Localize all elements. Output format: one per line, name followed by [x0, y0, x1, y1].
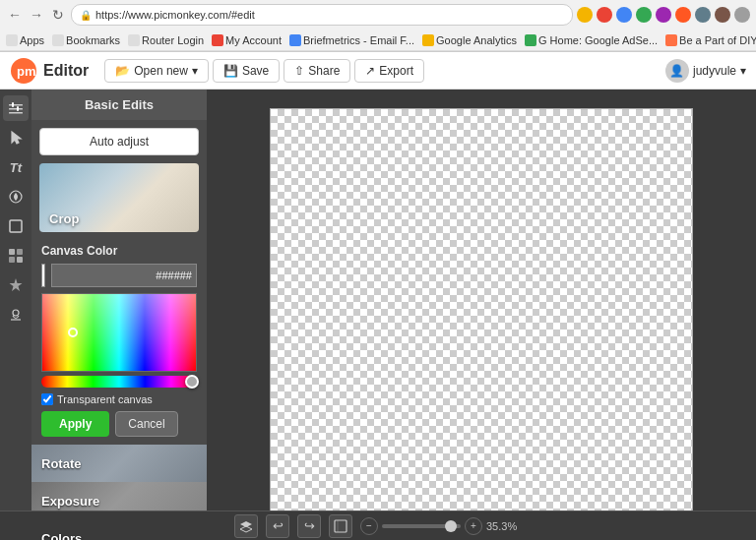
svg-rect-5 [12, 102, 14, 107]
open-new-button[interactable]: 📂 Open new ▾ [104, 59, 209, 83]
hex-input[interactable] [51, 264, 197, 287]
bookmark-apps[interactable]: Apps [6, 34, 44, 46]
layers-button[interactable] [234, 514, 258, 538]
text-tool[interactable]: Tt [3, 154, 29, 180]
share-icon: ⇧ [294, 64, 304, 78]
bottom-bar: ↩ ↪ − + 35.3% [0, 510, 756, 540]
svg-rect-3 [9, 108, 23, 110]
forward-button[interactable]: → [28, 6, 45, 24]
color-swatch[interactable] [41, 264, 45, 287]
left-panel: Basic Edits Auto adjust Crop Canvas Colo… [32, 90, 207, 540]
main-layout: Tt [0, 90, 756, 540]
user-menu[interactable]: 👤 judyvule ▾ [665, 59, 746, 83]
zoom-slider[interactable] [382, 524, 461, 528]
bookmark-diy[interactable]: Be a Part of DIY Life!... [665, 34, 756, 46]
ext-icon-8[interactable] [715, 7, 730, 23]
ext-icon-7[interactable] [695, 7, 711, 23]
bookmark-adsense[interactable]: G Home: Google AdSe... [525, 34, 658, 46]
undo-button[interactable]: ↩ [266, 514, 289, 538]
apply-button[interactable]: Apply [41, 411, 109, 437]
color-cursor [68, 328, 78, 337]
zoom-level: 35.3% [486, 520, 522, 532]
select-tool[interactable] [3, 125, 29, 150]
canvas-color-buttons: Apply Cancel [41, 411, 197, 437]
texture-tool[interactable] [3, 243, 29, 269]
touch-up-tool[interactable] [3, 302, 29, 328]
app-title: Editor [43, 62, 89, 80]
left-icon-bar: Tt [0, 90, 32, 540]
crop-section[interactable]: Crop [39, 163, 199, 232]
export-button[interactable]: ↗ Export [354, 59, 424, 83]
effects-tool[interactable] [3, 184, 29, 210]
crop-label: Crop [49, 211, 79, 226]
user-avatar: 👤 [665, 59, 689, 83]
rotate-label: Rotate [41, 456, 81, 471]
hue-thumb [185, 375, 199, 389]
sliders-tool[interactable] [3, 95, 29, 121]
frame-tool[interactable] [3, 213, 29, 239]
folder-icon: 📂 [115, 64, 130, 78]
bookmark-bookmarks[interactable]: Bookmarks [52, 34, 120, 46]
reload-button[interactable]: ↻ [49, 6, 67, 24]
app-bar: pm Editor 📂 Open new ▾ 💾 Save ⇧ Share ↗ … [0, 52, 756, 90]
svg-rect-7 [10, 220, 22, 232]
transparent-canvas-checkbox[interactable] [41, 393, 53, 405]
canvas-color-title: Canvas Color [41, 244, 197, 258]
ext-icon-1[interactable] [577, 7, 593, 23]
share-button[interactable]: ⇧ Share [284, 59, 350, 83]
colors-label: Colors [41, 531, 82, 541]
zoom-thumb [445, 520, 457, 532]
back-button[interactable]: ← [6, 6, 24, 24]
svg-rect-10 [9, 257, 15, 263]
chevron-down-icon: ▾ [192, 64, 198, 78]
canvas-area [207, 90, 756, 540]
bookmark-account[interactable]: My Account [212, 34, 282, 46]
hue-slider[interactable] [41, 376, 197, 388]
address-bar[interactable]: 🔒 https://www.picmonkey.com/#edit [71, 4, 573, 26]
zoom-controls: − + 35.3% [360, 517, 522, 535]
browser-nav: ← → ↻ 🔒 https://www.picmonkey.com/#edit [0, 0, 756, 30]
svg-rect-16 [335, 520, 346, 532]
svg-rect-11 [17, 257, 23, 263]
exposure-label: Exposure [41, 494, 99, 509]
undo-icon: ↩ [273, 518, 284, 533]
sticker-tool[interactable] [3, 272, 29, 298]
app-toolbar: 📂 Open new ▾ 💾 Save ⇧ Share ↗ Export [104, 59, 665, 83]
lock-icon: 🔒 [80, 10, 92, 21]
app-logo: pm Editor [10, 57, 89, 85]
canvas-checker[interactable] [270, 108, 693, 531]
ext-icon-5[interactable] [656, 7, 671, 23]
color-inputs [41, 264, 197, 287]
ext-icon-6[interactable] [675, 7, 691, 23]
ext-icon-2[interactable] [597, 7, 612, 23]
address-text: https://www.picmonkey.com/#edit [95, 9, 255, 21]
zoom-minus-icon: − [366, 520, 372, 531]
save-button[interactable]: 💾 Save [213, 59, 280, 83]
picmonkey-logo-icon: pm [10, 57, 37, 85]
auto-adjust-button[interactable]: Auto adjust [39, 128, 199, 155]
nav-icons [577, 7, 750, 23]
ext-icon-4[interactable] [636, 7, 652, 23]
username: judyvule [693, 64, 736, 78]
bookmarks-bar: Apps Bookmarks Router Login My Account B… [0, 30, 756, 51]
rotate-menu-item[interactable]: Rotate [32, 445, 207, 482]
redo-button[interactable]: ↪ [297, 514, 321, 538]
svg-rect-4 [9, 112, 23, 114]
bookmark-analytics[interactable]: Google Analytics [422, 34, 517, 46]
zoom-out-button[interactable]: − [360, 517, 378, 535]
export-icon: ↗ [365, 64, 375, 78]
transparent-canvas-text: Transparent canvas [57, 393, 153, 405]
crop-resize-button[interactable] [329, 514, 352, 538]
zoom-in-button[interactable]: + [465, 517, 482, 535]
ext-icon-9[interactable] [734, 7, 750, 23]
bookmark-briefmetrics[interactable]: Briefmetrics - Email F... [289, 34, 414, 46]
bookmark-router[interactable]: Router Login [128, 34, 204, 46]
redo-icon: ↪ [304, 518, 315, 533]
ext-icon-3[interactable] [616, 7, 632, 23]
color-gradient-picker[interactable] [41, 293, 197, 372]
gradient-overlay [42, 294, 196, 371]
svg-rect-9 [17, 249, 23, 255]
svg-rect-8 [9, 249, 15, 255]
cancel-button[interactable]: Cancel [115, 411, 177, 437]
transparent-canvas-label[interactable]: Transparent canvas [41, 393, 197, 405]
